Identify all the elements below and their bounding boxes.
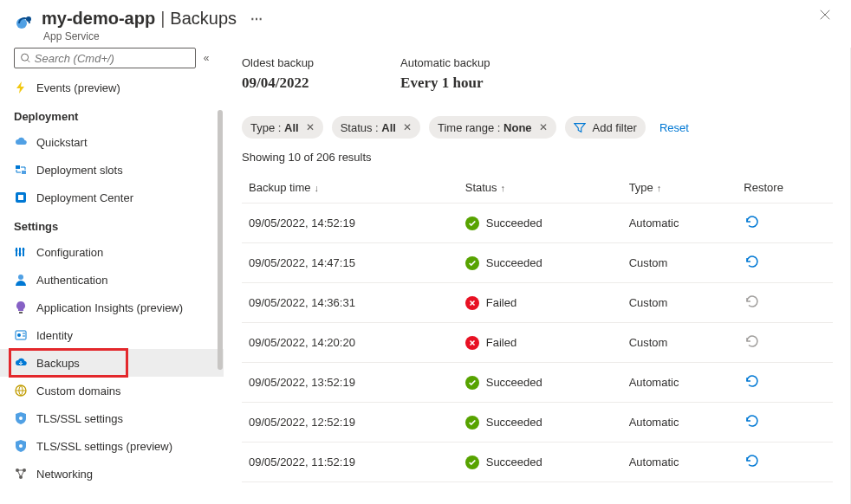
check-icon bbox=[465, 256, 479, 270]
type-cell: Custom bbox=[622, 243, 737, 283]
svg-rect-6 bbox=[18, 195, 23, 200]
restore-icon[interactable] bbox=[744, 254, 759, 269]
filter-type[interactable]: Type : All ✕ bbox=[242, 116, 323, 139]
page-section: Backups bbox=[170, 9, 237, 29]
close-icon[interactable]: ✕ bbox=[306, 121, 315, 133]
svg-point-16 bbox=[19, 444, 23, 448]
sidebar-item-authentication[interactable]: Authentication bbox=[0, 266, 224, 294]
sidebar-group-deployment: Deployment bbox=[0, 101, 224, 128]
backup-time-cell: 09/05/2022, 14:47:15 bbox=[242, 243, 458, 283]
backups-table: Backup time↓ Status↑ Type↑ Restore 09/05… bbox=[242, 172, 833, 482]
restore-icon bbox=[744, 294, 759, 309]
svg-point-9 bbox=[23, 249, 25, 251]
page-subtitle: App Service bbox=[43, 30, 816, 42]
cloud-icon bbox=[14, 135, 28, 149]
sidebar-scrollbar[interactable] bbox=[217, 75, 224, 504]
sidebar-item-label: Custom domains bbox=[36, 384, 121, 397]
status-cell: Succeeded bbox=[458, 403, 622, 443]
col-restore: Restore bbox=[737, 172, 833, 204]
svg-rect-3 bbox=[16, 165, 20, 169]
sidebar-item-label: TLS/SSL settings (preview) bbox=[36, 440, 172, 453]
svg-rect-4 bbox=[22, 171, 26, 174]
svg-point-15 bbox=[19, 417, 23, 420]
filter-time-range[interactable]: Time range : None ✕ bbox=[429, 116, 556, 139]
backup-time-cell: 09/05/2022, 14:36:31 bbox=[242, 283, 458, 323]
sidebar-item-deployment-center[interactable]: Deployment Center bbox=[0, 184, 224, 211]
restore-icon bbox=[744, 333, 759, 349]
backup-time-cell: 09/05/2022, 14:20:20 bbox=[242, 323, 458, 363]
sidebar-item-label: Configuration bbox=[36, 246, 103, 259]
sidebar-item-label: Authentication bbox=[36, 274, 107, 287]
identity-icon bbox=[14, 328, 28, 342]
status-cell: Succeeded bbox=[458, 443, 622, 482]
auth-icon bbox=[14, 273, 28, 287]
search-input[interactable] bbox=[14, 48, 196, 68]
sidebar-item-label: Events (preview) bbox=[36, 81, 120, 94]
svg-point-1 bbox=[26, 16, 31, 22]
restore-icon[interactable] bbox=[744, 453, 759, 468]
sidebar-item-events-preview-[interactable]: Events (preview) bbox=[0, 74, 224, 101]
sidebar-item-custom-domains[interactable]: Custom domains bbox=[0, 377, 224, 404]
app-service-icon bbox=[14, 12, 35, 33]
restore-cell[interactable] bbox=[737, 403, 833, 443]
close-icon[interactable]: ✕ bbox=[403, 121, 412, 133]
type-cell: Custom bbox=[622, 283, 737, 323]
col-backup-time[interactable]: Backup time↓ bbox=[242, 172, 458, 204]
sidebar-item-application-insights-preview-[interactable]: Application Insights (preview) bbox=[0, 294, 224, 321]
restore-icon[interactable] bbox=[744, 214, 759, 229]
sidebar-item-backups[interactable]: Backups bbox=[0, 349, 224, 377]
error-icon bbox=[465, 336, 479, 350]
restore-cell bbox=[737, 283, 833, 323]
reset-filters-link[interactable]: Reset bbox=[659, 121, 689, 134]
oldest-backup-value: 09/04/2022 bbox=[242, 74, 314, 92]
restore-icon[interactable] bbox=[744, 413, 759, 429]
type-cell: Automatic bbox=[622, 204, 737, 243]
slots-icon bbox=[14, 163, 28, 177]
sidebar-item-label: Deployment Center bbox=[36, 191, 133, 204]
results-count: Showing 10 of 206 results bbox=[242, 151, 833, 164]
sidebar-item-label: Application Insights (preview) bbox=[36, 301, 183, 314]
col-status[interactable]: Status↑ bbox=[458, 172, 622, 204]
col-type[interactable]: Type↑ bbox=[622, 172, 737, 204]
backup-time-cell: 09/05/2022, 11:52:19 bbox=[242, 443, 458, 482]
svg-point-8 bbox=[19, 253, 22, 255]
table-row: 09/05/2022, 14:36:31FailedCustom bbox=[242, 283, 833, 323]
app-insights-icon bbox=[14, 300, 28, 314]
sidebar-item-label: Identity bbox=[36, 329, 73, 342]
close-icon[interactable]: ✕ bbox=[539, 121, 548, 133]
close-icon[interactable] bbox=[816, 9, 834, 23]
status-cell: Failed bbox=[458, 283, 622, 323]
lightning-icon bbox=[14, 81, 28, 94]
svg-point-10 bbox=[18, 275, 23, 280]
sidebar-item-deployment-slots[interactable]: Deployment slots bbox=[0, 156, 224, 184]
search-field[interactable] bbox=[35, 52, 190, 65]
backup-time-cell: 09/05/2022, 12:52:19 bbox=[242, 403, 458, 443]
sidebar-item-label: Backups bbox=[36, 357, 80, 370]
backup-time-cell: 09/05/2022, 14:52:19 bbox=[242, 204, 458, 243]
restore-cell[interactable] bbox=[737, 443, 833, 482]
table-row: 09/05/2022, 14:52:19SucceededAutomatic bbox=[242, 204, 833, 243]
sidebar-item-tls-ssl-settings[interactable]: TLS/SSL settings bbox=[0, 404, 224, 432]
sidebar-item-tls-ssl-settings-preview-[interactable]: TLS/SSL settings (preview) bbox=[0, 432, 224, 460]
status-cell: Failed bbox=[458, 323, 622, 363]
sidebar-item-identity[interactable]: Identity bbox=[0, 321, 224, 349]
type-cell: Automatic bbox=[622, 443, 737, 482]
sidebar-item-networking[interactable]: Networking bbox=[0, 460, 224, 488]
add-filter-button[interactable]: Add filter bbox=[565, 116, 646, 139]
app-name: my-demo-app bbox=[42, 9, 155, 29]
restore-icon[interactable] bbox=[744, 373, 759, 389]
collapse-sidebar-button[interactable]: « bbox=[196, 52, 217, 64]
custom-domains-icon bbox=[14, 384, 28, 397]
sidebar-item-quickstart[interactable]: Quickstart bbox=[0, 128, 224, 156]
restore-cell[interactable] bbox=[737, 363, 833, 403]
more-menu[interactable]: ⋯ bbox=[250, 12, 264, 26]
tls-icon bbox=[14, 411, 28, 425]
config-icon bbox=[14, 245, 28, 259]
sidebar-item-configuration[interactable]: Configuration bbox=[0, 238, 224, 266]
restore-cell[interactable] bbox=[737, 243, 833, 283]
filter-status[interactable]: Status : All ✕ bbox=[332, 116, 420, 139]
table-row: 09/05/2022, 14:47:15SucceededCustom bbox=[242, 243, 833, 283]
check-icon bbox=[465, 216, 479, 230]
sidebar-item-label: Networking bbox=[36, 468, 93, 481]
restore-cell[interactable] bbox=[737, 204, 833, 243]
